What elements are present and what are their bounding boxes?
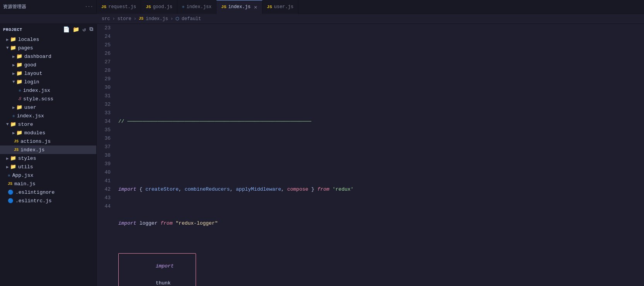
punct: { <box>136 185 145 194</box>
main-layout: PROJECT 📄 📁 ↺ ⧉ ▶ 📁 locales ▼ 📁 pages ▶ … <box>0 24 644 286</box>
chevron-right-icon: ▶ <box>12 105 15 110</box>
sidebar-item-label: modules <box>24 130 46 136</box>
sidebar-item-locales[interactable]: ▶ 📁 locales <box>0 35 96 44</box>
scss-icon: 𝓢 <box>19 96 21 101</box>
refresh-icon[interactable]: ↺ <box>83 26 86 33</box>
space <box>156 272 159 278</box>
chevron-down-icon: ▼ <box>6 122 9 127</box>
sidebar-item-label: App.jsx <box>12 173 34 178</box>
breadcrumb-src: src <box>102 16 110 22</box>
js-icon: JS <box>101 5 106 9</box>
tabs-bar: 资源管理器 ··· JS request.js JS good.js ⚛ ind… <box>0 0 644 14</box>
sidebar-item-styles[interactable]: ▶ 📁 styles <box>0 154 96 162</box>
new-folder-icon[interactable]: 📁 <box>73 26 80 33</box>
collapse-icon[interactable]: ⧉ <box>89 26 94 33</box>
chevron-right-icon: ▶ <box>6 164 9 169</box>
space <box>157 219 160 228</box>
breadcrumb-sep2: › <box>134 16 136 22</box>
sidebar-item-login-index[interactable]: ⚛ index.jsx <box>0 86 96 95</box>
sidebar-header: PROJECT 📄 📁 ↺ ⧉ <box>0 24 96 35</box>
kw-from: from <box>160 219 172 228</box>
tab-good[interactable]: JS good.js <box>141 0 177 14</box>
editor-area[interactable]: 23 24 25 26 27 28 29 30 31 32 33 34 35 3… <box>97 24 644 286</box>
new-file-icon[interactable]: 📄 <box>63 26 70 33</box>
code-line-27: import { createStore , combineReducers ,… <box>118 185 644 194</box>
chevron-right-icon: ▶ <box>6 156 9 161</box>
sidebar-item-label: utils <box>18 164 33 170</box>
sidebar-item-main[interactable]: JS main.js <box>0 179 96 188</box>
folder-icon: 📁 <box>10 45 16 51</box>
kw-import: import <box>118 185 136 194</box>
breadcrumb-store: store <box>118 16 131 22</box>
breadcrumb-js-icon: JS <box>139 17 143 21</box>
sidebar-item-pages-index[interactable]: ⚛ index.jsx <box>0 112 96 120</box>
sidebar-item-layout[interactable]: ▶ 📁 layout <box>0 69 96 78</box>
sidebar-item-label: layout <box>24 71 43 76</box>
jsx-icon: ⚛ <box>8 173 10 178</box>
breadcrumb-sep1: › <box>112 16 115 22</box>
folder-icon: 📁 <box>16 130 22 136</box>
sidebar-item-login[interactable]: ▼ 📁 login <box>0 78 96 86</box>
sidebar-item-eslintignore[interactable]: 🔵 .eslintignore <box>0 188 96 196</box>
sidebar-item-label: locales <box>18 37 39 42</box>
sidebar-item-dashboard[interactable]: ▶ 📁 dashboard <box>0 52 96 61</box>
str-redux: 'redux' <box>332 185 354 194</box>
folder-icon: 📁 <box>10 36 16 42</box>
tab-close-button[interactable]: ✕ <box>254 4 257 10</box>
breadcrumb-file: index.js <box>146 16 168 22</box>
space <box>172 219 175 228</box>
tab-label: user.js <box>274 4 293 10</box>
jsx-icon: ⚛ <box>182 4 185 9</box>
code-line-28: import logger from "redux-logger" <box>118 219 644 228</box>
sidebar-title: 资源管理器 <box>3 3 85 10</box>
sidebar-item-modules[interactable]: ▶ 📁 modules <box>0 129 96 137</box>
sidebar-item-label: index.js <box>20 147 44 153</box>
sidebar-item-label: index.jsx <box>23 88 50 93</box>
folder-icon: 📁 <box>16 79 22 85</box>
folder-icon: 📁 <box>10 121 16 127</box>
sidebar-item-label: style.scss <box>23 96 53 102</box>
punct: , <box>230 185 236 194</box>
tab-label: index.js <box>228 4 250 10</box>
sidebar-item-good[interactable]: ▶ 📁 good <box>0 61 96 69</box>
var-thunk: thunk <box>156 280 171 286</box>
sidebar-item-label: .eslintrc.js <box>15 198 52 204</box>
chevron-right-icon: ▶ <box>12 63 15 68</box>
comment-text: // ─────────────────────────────────────… <box>118 117 311 126</box>
fn-combineReducers: combineReducers <box>185 185 230 194</box>
more-icon[interactable]: ··· <box>85 4 93 10</box>
space <box>136 219 140 228</box>
js-icon: JS <box>267 5 272 9</box>
sidebar-item-login-style[interactable]: 𝓢 style.scss <box>0 95 96 103</box>
sidebar-item-actions[interactable]: JS actions.js <box>0 137 96 146</box>
sidebar: PROJECT 📄 📁 ↺ ⧉ ▶ 📁 locales ▼ 📁 pages ▶ … <box>0 24 97 286</box>
punct: } <box>308 185 317 194</box>
sidebar-item-utils[interactable]: ▶ 📁 utils <box>0 162 96 171</box>
tab-user[interactable]: JS user.js <box>262 0 299 14</box>
sidebar-item-pages[interactable]: ▼ 📁 pages <box>0 44 96 52</box>
sidebar-item-app[interactable]: ⚛ App.jsx <box>0 171 96 179</box>
folder-icon: 📁 <box>10 164 16 170</box>
breadcrumb: src › store › JS index.js › ⬡ default <box>0 14 644 24</box>
js-icon: JS <box>14 139 19 144</box>
line-numbers: 23 24 25 26 27 28 29 30 31 32 33 34 35 3… <box>97 24 115 286</box>
sidebar-item-store[interactable]: ▼ 📁 store <box>0 120 96 129</box>
sidebar-header-label: PROJECT <box>3 27 22 32</box>
tab-index-js[interactable]: JS index.js ✕ <box>216 0 262 14</box>
jsx-icon: ⚛ <box>12 113 15 118</box>
chevron-down-icon: ▼ <box>12 80 15 84</box>
fn-compose: compose <box>287 185 308 194</box>
sidebar-item-eslintrc[interactable]: 🔵 .eslintrc.js <box>0 196 96 205</box>
punct: , <box>281 185 287 194</box>
folder-icon: 📁 <box>16 104 22 110</box>
sidebar-item-label: user <box>24 105 36 110</box>
sidebar-item-store-index[interactable]: JS index.js <box>0 146 96 154</box>
code-lines: // ─────────────────────────────────────… <box>115 24 644 286</box>
sidebar-item-label: actions.js <box>20 139 51 144</box>
tab-request[interactable]: JS request.js <box>97 0 141 14</box>
space <box>329 185 332 194</box>
js-icon: JS <box>221 5 226 9</box>
sidebar-item-user[interactable]: ▶ 📁 user <box>0 103 96 112</box>
tab-index-jsx[interactable]: ⚛ index.jsx <box>177 0 216 14</box>
breadcrumb-default: default <box>182 16 201 22</box>
